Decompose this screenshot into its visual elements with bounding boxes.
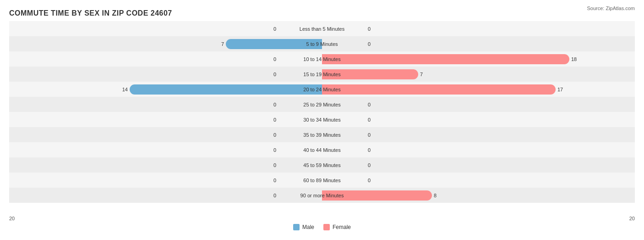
chart-container: COMMUTE TIME BY SEX IN ZIP CODE 24607 So…	[0, 0, 644, 240]
val-male: 0	[273, 132, 276, 138]
chart-row: Less than 5 Minutes00	[9, 21, 635, 36]
chart-row: 45 to 59 Minutes00	[9, 157, 635, 173]
axis-labels: 20 20	[9, 216, 635, 221]
chart-row: 20 to 24 Minutes1417	[9, 82, 635, 97]
chart-row: 90 or more Minutes08	[9, 188, 635, 203]
row-label: 45 to 59 Minutes	[303, 162, 340, 168]
val-female: 0	[368, 132, 371, 138]
val-female: 0	[368, 178, 371, 183]
val-male: 0	[273, 178, 276, 183]
bar-female	[322, 69, 418, 79]
val-male: 0	[273, 72, 276, 77]
val-female: 0	[368, 26, 371, 32]
val-female: 0	[368, 162, 371, 168]
val-male: 0	[273, 193, 276, 198]
legend-male-box	[293, 224, 300, 230]
val-female: 18	[571, 56, 577, 62]
val-male: 14	[122, 87, 128, 92]
chart-title: COMMUTE TIME BY SEX IN ZIP CODE 24607	[9, 9, 635, 17]
row-label: 25 to 29 Minutes	[303, 102, 340, 107]
val-male: 0	[273, 117, 276, 123]
bar-female	[322, 190, 432, 201]
val-male: 0	[273, 147, 276, 153]
chart-row: 40 to 44 Minutes00	[9, 142, 635, 157]
val-female: 0	[368, 102, 371, 107]
legend-male-label: Male	[302, 224, 314, 230]
val-female: 0	[368, 41, 371, 47]
bar-female	[322, 54, 569, 64]
bar-male	[226, 39, 322, 49]
axis-left: 20	[9, 216, 15, 221]
row-label: 60 to 89 Minutes	[303, 178, 340, 183]
legend-female-box	[323, 224, 330, 230]
chart-row: 25 to 29 Minutes00	[9, 97, 635, 112]
legend: Male Female	[9, 224, 635, 230]
row-label: 40 to 44 Minutes	[303, 147, 340, 153]
chart-row: 5 to 9 Minutes70	[9, 36, 635, 51]
val-male: 0	[273, 102, 276, 107]
chart-row: 60 to 89 Minutes00	[9, 173, 635, 188]
bar-male	[130, 84, 322, 95]
legend-female-label: Female	[333, 224, 351, 230]
chart-row: 35 to 39 Minutes00	[9, 127, 635, 142]
val-female: 8	[434, 193, 437, 198]
source-label: Source: ZipAtlas.com	[587, 6, 635, 11]
val-male: 0	[273, 56, 276, 62]
chart-row: 10 to 14 Minutes018	[9, 51, 635, 67]
val-female: 0	[368, 147, 371, 153]
legend-female: Female	[323, 224, 351, 230]
val-female: 0	[368, 117, 371, 123]
row-label: Less than 5 Minutes	[300, 26, 344, 32]
legend-male: Male	[293, 224, 314, 230]
axis-right: 20	[629, 216, 635, 221]
row-label: 30 to 34 Minutes	[303, 117, 340, 123]
val-female: 7	[420, 72, 423, 77]
chart-row: 30 to 34 Minutes00	[9, 112, 635, 127]
val-male: 7	[221, 41, 224, 47]
row-label: 35 to 39 Minutes	[303, 132, 340, 138]
chart-row: 15 to 19 Minutes07	[9, 67, 635, 82]
chart-area: Less than 5 Minutes005 to 9 Minutes7010 …	[9, 21, 635, 214]
val-male: 0	[273, 162, 276, 168]
val-male: 0	[273, 26, 276, 32]
bar-female	[322, 84, 556, 95]
val-female: 17	[557, 87, 563, 92]
